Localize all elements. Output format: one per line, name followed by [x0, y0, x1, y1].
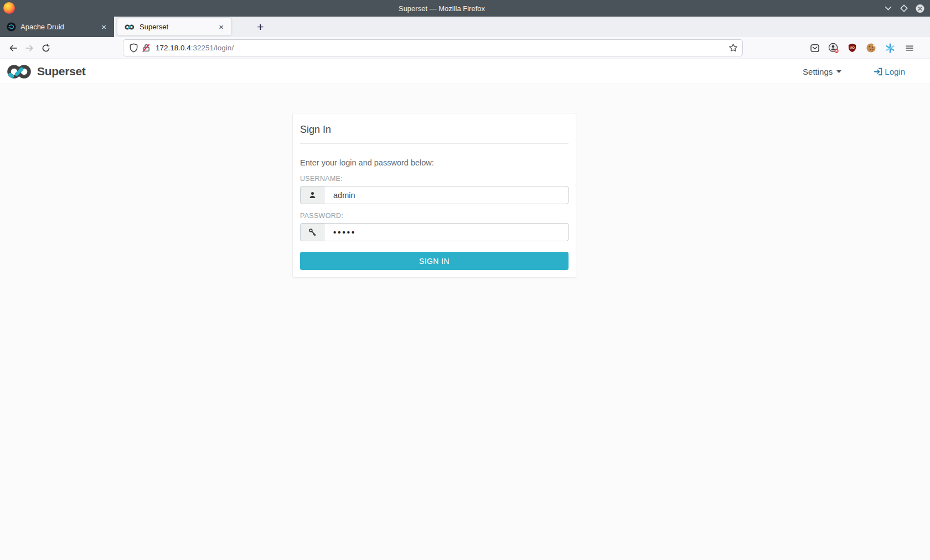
superset-navbar: Superset Settings Login [0, 59, 930, 84]
sign-in-arrow-icon [874, 67, 883, 76]
ublock-origin-icon[interactable]: UO [847, 43, 857, 53]
sign-in-button[interactable]: SIGN IN [300, 252, 569, 270]
page-content: Sign In Enter your login and password be… [0, 113, 930, 560]
window-title-area: Superset — Mozilla Firefox [0, 4, 884, 13]
tab-strip: Apache Druid × Superset × + [0, 17, 930, 37]
user-icon [300, 186, 324, 204]
username-input[interactable] [324, 186, 569, 204]
forward-button[interactable] [21, 40, 38, 56]
cookie-extension-icon[interactable] [866, 43, 876, 53]
url-text[interactable]: 172.18.0.4:32251/login/ [156, 44, 728, 52]
settings-menu[interactable]: Settings [803, 67, 841, 76]
password-label: PASSWORD: [300, 212, 569, 220]
password-input-group [300, 223, 569, 241]
pocket-icon[interactable] [809, 43, 820, 53]
svg-text:UO: UO [850, 46, 855, 49]
login-link[interactable]: Login [874, 67, 905, 76]
proxy-extension-icon[interactable] [828, 43, 839, 53]
back-button[interactable] [4, 40, 21, 56]
tab-apache-druid[interactable]: Apache Druid × [0, 17, 114, 37]
window-minimize-icon[interactable] [884, 4, 892, 13]
password-input[interactable] [324, 223, 569, 241]
tab-label: Apache Druid [20, 23, 99, 31]
settings-label: Settings [803, 67, 833, 76]
sign-in-body: Enter your login and password below: USE… [300, 144, 569, 270]
tab-close-icon[interactable]: × [216, 22, 226, 32]
firefox-logo-icon [3, 2, 15, 14]
username-label: USERNAME: [300, 175, 569, 183]
tracking-protection-shield-icon[interactable] [129, 43, 138, 53]
key-icon [300, 223, 324, 241]
bookmark-star-icon[interactable] [728, 43, 738, 53]
url-path: :32251/login/ [191, 44, 234, 52]
window-titlebar: Superset — Mozilla Firefox [0, 0, 930, 17]
menu-hamburger-icon[interactable] [904, 43, 914, 53]
sign-in-card: Sign In Enter your login and password be… [292, 113, 576, 278]
sign-in-instruction: Enter your login and password below: [300, 158, 569, 167]
asterisk-extension-icon[interactable] [885, 43, 895, 53]
tab-label: Superset [140, 23, 216, 31]
login-label: Login [885, 67, 905, 76]
brand-name: Superset [37, 65, 85, 78]
browser-toolbar: 172.18.0.4:32251/login/ UO [0, 37, 930, 59]
caret-down-icon [836, 70, 841, 73]
superset-brand[interactable]: Superset [6, 64, 85, 80]
superset-logo-icon [6, 64, 33, 80]
window-close-icon[interactable] [916, 4, 924, 13]
window-controls [884, 4, 930, 13]
insecure-lock-icon[interactable] [142, 43, 151, 53]
superset-favicon-icon [124, 24, 135, 30]
window-maximize-icon[interactable] [900, 4, 908, 13]
window-title: Superset — Mozilla Firefox [399, 4, 485, 13]
sign-in-title: Sign In [300, 121, 569, 144]
navbar-right: Settings Login [803, 67, 905, 76]
druid-favicon-icon [7, 22, 16, 32]
new-tab-button[interactable]: + [252, 19, 268, 35]
url-host: 172.18.0.4 [156, 44, 191, 52]
extension-icons: UO [809, 43, 895, 53]
url-bar[interactable]: 172.18.0.4:32251/login/ [123, 39, 743, 56]
tab-superset[interactable]: Superset × [117, 18, 231, 35]
username-input-group [300, 186, 569, 204]
tab-close-icon[interactable]: × [99, 22, 108, 32]
reload-button[interactable] [38, 40, 54, 56]
